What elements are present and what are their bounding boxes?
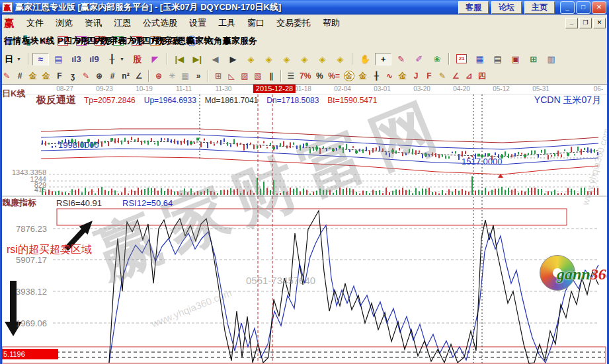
eraser-button[interactable]: ✐ bbox=[411, 53, 427, 65]
next-bar-button[interactable]: ▶ bbox=[225, 53, 241, 65]
close-button[interactable]: ✕ bbox=[592, 1, 606, 14]
parallel-lines-tool[interactable]: ∥ bbox=[264, 71, 278, 82]
date-tick-12: 06- bbox=[594, 85, 603, 92]
tools-toolbar: 日▼≈▤ıl3ıl9╂▼股◤|◀▶|◀▶◈◈◈◈◈◈✋+✎✐❀21▦▤▣⊞▥ bbox=[0, 50, 609, 69]
hash-tool[interactable]: # bbox=[106, 71, 119, 82]
brain-button[interactable]: ❀ bbox=[428, 53, 445, 65]
percent-line-tool[interactable]: %= bbox=[326, 71, 342, 82]
menu-item-5[interactable]: 设置 bbox=[183, 17, 212, 29]
calculator-button[interactable]: ▦ bbox=[471, 53, 488, 65]
zoom-right-button[interactable]: ◈ bbox=[261, 53, 277, 65]
channel-view-button[interactable]: ≈ bbox=[32, 53, 49, 65]
spiral-grid-tool[interactable]: ʒ bbox=[66, 71, 79, 82]
menu-item-6[interactable]: 工具 bbox=[212, 17, 241, 29]
p-square-button[interactable]: PSP四方形 bbox=[54, 35, 71, 47]
measure-pen-button[interactable]: ✎ bbox=[393, 53, 409, 65]
spiral-icon: ʒ bbox=[68, 71, 77, 81]
stock-swap-button[interactable]: 股 bbox=[129, 53, 145, 65]
selected-date[interactable]: 2015-12-28 bbox=[253, 85, 296, 93]
chart-area[interactable]: 08-2709-2310-1911-1111-3001-1802-0403-01… bbox=[0, 84, 609, 364]
calendar-icon: 21 bbox=[456, 54, 467, 63]
more-tools[interactable]: » bbox=[192, 71, 205, 82]
titlebar-quick-buttons: 客服论坛主页 bbox=[458, 1, 555, 14]
expand-h-button[interactable]: ◈ bbox=[278, 53, 295, 65]
gold-grid-tool[interactable]: 金 bbox=[26, 71, 40, 82]
quick-button-2[interactable]: 主页 bbox=[524, 1, 555, 14]
export-button[interactable]: ⊞ bbox=[525, 53, 542, 65]
title-bar[interactable]: 赢 赢家江恩专业版 [赢家内部服务平台] - [玉米07月 DQYCDN-170… bbox=[0, 0, 609, 15]
maximize-button[interactable]: □ bbox=[576, 1, 590, 14]
calendar-button[interactable]: 21 bbox=[453, 53, 470, 65]
quotes-button[interactable]: ▦行情 bbox=[1, 34, 17, 47]
mark-pencil-tool[interactable]: ✎ bbox=[79, 71, 93, 82]
sub-chart-9-button[interactable]: ıl9 bbox=[86, 53, 102, 65]
menu-item-8[interactable]: 交易委托 bbox=[270, 17, 317, 29]
percent-tool[interactable]: % bbox=[313, 71, 326, 82]
ruler-tool[interactable]: ☰ bbox=[284, 71, 298, 82]
minimize-button[interactable]: _ bbox=[560, 1, 575, 14]
mdi-minimize-button[interactable]: _ bbox=[565, 18, 578, 28]
window-title: 赢家江恩专业版 [赢家内部服务平台] - [玉米07月 DQYCDN-170日K… bbox=[15, 1, 281, 13]
pencil-tool[interactable]: ✎ bbox=[0, 71, 13, 82]
grid-tool[interactable]: # bbox=[13, 71, 26, 82]
square-frame-tool[interactable]: ⊞ bbox=[212, 71, 225, 82]
color-chart-button[interactable]: ◤ bbox=[147, 53, 163, 65]
fan-lines-tool[interactable]: ◺ bbox=[225, 71, 238, 82]
f-grid-tool[interactable]: F bbox=[53, 71, 66, 82]
menu-item-7[interactable]: 窗口 bbox=[241, 17, 270, 29]
quick-button-1[interactable]: 论坛 bbox=[491, 1, 522, 14]
save-button[interactable]: ▣ bbox=[507, 53, 524, 65]
info-view-button[interactable]: ▤ bbox=[50, 53, 67, 65]
menu-item-1[interactable]: 浏览 bbox=[50, 17, 79, 29]
target-tool[interactable]: ⊕ bbox=[152, 71, 165, 82]
gold-grid-2-tool[interactable]: 金 bbox=[40, 71, 53, 82]
resistance-tool[interactable]: ⊿ bbox=[462, 71, 475, 82]
logo-text-360: 360 bbox=[590, 266, 609, 283]
starburst-tool[interactable]: ✳ bbox=[165, 71, 179, 82]
wave-tool[interactable]: ∿ bbox=[383, 71, 396, 82]
angle-tool[interactable]: ∠ bbox=[132, 71, 145, 82]
shrink-h-button[interactable]: ◈ bbox=[296, 53, 313, 65]
sectors-button-label: 板块 bbox=[22, 35, 39, 47]
period-selector[interactable]: 日▼ bbox=[1, 53, 24, 65]
zoom-left-button[interactable]: ◈ bbox=[243, 53, 259, 65]
gold-lines-tool[interactable]: 金 bbox=[356, 71, 370, 82]
menu-item-4[interactable]: 公式选股 bbox=[137, 17, 183, 29]
shrink-all-button[interactable]: ◈ bbox=[332, 53, 348, 65]
pan-hand-button[interactable]: ✋ bbox=[356, 53, 374, 65]
gold-pencil-tool[interactable]: ✎ bbox=[436, 71, 449, 82]
hatch-box-2-tool[interactable]: ▧ bbox=[251, 71, 264, 82]
menu-item-0[interactable]: 文件 bbox=[20, 17, 50, 29]
speed-line-tool[interactable]: ∠ bbox=[449, 71, 462, 82]
n-square-tool[interactable]: n² bbox=[119, 71, 132, 82]
document-icon: ▤ bbox=[54, 54, 63, 64]
quick-button-0[interactable]: 客服 bbox=[458, 1, 489, 14]
menu-item-2[interactable]: 资讯 bbox=[79, 17, 108, 29]
gold-circle-tool[interactable]: 金 bbox=[342, 70, 356, 82]
candle-style-button[interactable]: ╂▼ bbox=[104, 53, 128, 65]
watermark-site: www.yhqia360.com bbox=[150, 287, 233, 329]
gold-bar-tool[interactable]: 金 bbox=[396, 71, 409, 82]
sub-chart-3-button[interactable]: ıl3 bbox=[68, 53, 85, 65]
prev-bar-button[interactable]: ◀ bbox=[207, 53, 223, 65]
compass-tool[interactable]: ⊕ bbox=[93, 71, 106, 82]
print-button[interactable]: ▥ bbox=[543, 53, 559, 65]
candle-pen-tool[interactable]: ╂ bbox=[370, 71, 383, 82]
mdi-close-button[interactable]: ✕ bbox=[593, 18, 606, 28]
expand-all-button[interactable]: ◈ bbox=[314, 53, 331, 65]
last-bar-button[interactable]: ▶| bbox=[189, 53, 206, 65]
hatch-box-tool[interactable]: ▨ bbox=[238, 71, 251, 82]
seven-percent-tool[interactable]: 7% bbox=[298, 71, 313, 82]
crosshair-button[interactable]: + bbox=[375, 53, 391, 65]
first-bar-button[interactable]: |◀ bbox=[171, 53, 188, 65]
f-line-tool[interactable]: F bbox=[423, 71, 436, 82]
dense-grid-tool[interactable]: ▦ bbox=[179, 71, 192, 82]
notes-button[interactable]: ▤ bbox=[489, 53, 506, 65]
j-line-tool[interactable]: J bbox=[409, 71, 423, 82]
candle-pen-icon: ╂ bbox=[372, 71, 381, 81]
mdi-restore-button[interactable]: ❐ bbox=[579, 18, 592, 28]
menu-item-3[interactable]: 江恩 bbox=[108, 17, 137, 29]
menu-item-9[interactable]: 帮助 bbox=[317, 17, 346, 29]
four-line-tool[interactable]: 四 bbox=[475, 71, 489, 82]
toolbar-separator bbox=[448, 53, 450, 65]
